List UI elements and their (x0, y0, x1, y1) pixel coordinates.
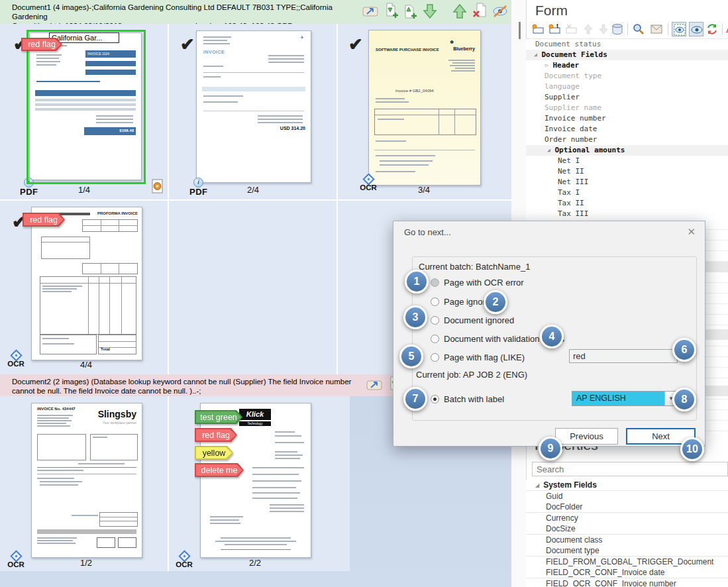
form-row-invoice-number[interactable]: Invoice number (526, 113, 728, 125)
properties-row-field-ocr-conf-invoice-date[interactable]: FIELD_OCR_CONF_Invoice date (526, 567, 728, 578)
thumbnail-page-2[interactable]: INVOICE ✈ USD 314.20 (196, 30, 311, 183)
page3-title: SOFTWARE PURCHASE INVOICE (376, 48, 439, 52)
capture-app-window: Document1 (4 images)-;California Gardeni… (0, 0, 728, 587)
thumbnail-page-6[interactable]: Klick Technology (200, 403, 311, 558)
page3-number-label: 3/4 (368, 185, 480, 195)
page1-red-flag[interactable]: red flag (21, 38, 62, 51)
page4-red-flag[interactable]: red flag (23, 213, 65, 227)
document1-header-bar[interactable]: Document1 (4 images)-;California Gardeni… (0, 0, 511, 24)
thumbnail-page-4[interactable]: PROFORMA INVOICE (31, 207, 142, 360)
properties-row-docsize[interactable]: DocSize (526, 523, 728, 535)
annotation-badge-1: 1 (405, 270, 429, 294)
previous-button[interactable]: Previous (555, 428, 618, 445)
page5-brand: Slingsby (98, 409, 136, 419)
form-row-tax-1[interactable]: Tax I (526, 187, 728, 199)
annotation-badge-2: 2 (484, 290, 507, 314)
properties-row-docfolder[interactable]: DocFolder (526, 502, 728, 513)
thumbnail-page-3[interactable]: SOFTWARE PURCHASE INVOICE ✽ Blueberry In… (368, 30, 481, 186)
move-down-icon[interactable] (421, 3, 439, 20)
radio-circle[interactable] (431, 278, 439, 287)
properties-row-currency[interactable]: Currency (526, 513, 728, 524)
insert-pages-before-icon[interactable] (400, 2, 417, 19)
dropdown-selected-value: AP ENGLISH (572, 392, 664, 405)
form-row-language[interactable]: language (526, 81, 728, 93)
page6-flag-test-green[interactable]: test green (195, 410, 242, 424)
keyboard-icon[interactable] (366, 376, 383, 394)
move-up-icon[interactable] (451, 3, 468, 20)
form-row-tax-3[interactable]: Tax III (526, 209, 728, 220)
delete-page-icon[interactable] (471, 2, 488, 19)
dialog-title: Go to next... (404, 227, 451, 237)
plane-icon: ✈ (300, 35, 304, 40)
new-text-field-icon[interactable]: t (548, 22, 562, 36)
page5-title: INVOICE No. 434447 (37, 407, 76, 411)
keyboard-icon[interactable] (362, 3, 379, 20)
svg-text:t: t (556, 23, 558, 29)
annotation-badge-6: 6 (672, 338, 696, 362)
radio-circle[interactable] (431, 297, 439, 306)
move-field-down-icon[interactable] (596, 22, 611, 36)
properties-row-document-class[interactable]: Document class (526, 535, 728, 546)
highlight-zones-icon[interactable] (672, 22, 686, 36)
properties-search-input[interactable] (532, 462, 728, 476)
radio-circle[interactable] (431, 335, 439, 343)
form-row-order-number[interactable]: Order number (526, 134, 728, 146)
close-icon[interactable]: ✕ (687, 226, 696, 238)
form-row-document-type[interactable]: Document type (526, 71, 728, 82)
form-row-document-status[interactable]: Document status (526, 39, 728, 50)
thumbnail-page-5[interactable]: INVOICE No. 434447 Slingsby Your workpla… (31, 403, 142, 558)
page6-flag-yellow[interactable]: yellow (195, 446, 233, 460)
properties-row-guid[interactable]: Guid (526, 491, 728, 502)
page6-brand-sub: Technology (239, 421, 271, 426)
edit-field-icon[interactable] (564, 22, 579, 36)
radio-circle[interactable] (431, 316, 439, 325)
form-row-net-1[interactable]: Net I (526, 156, 728, 167)
radio-circle-selected[interactable] (431, 395, 439, 403)
move-field-up-icon[interactable] (581, 22, 596, 36)
page4-total-label: Total (101, 347, 110, 352)
new-field-icon[interactable] (531, 22, 546, 36)
form-row-optional-amounts[interactable]: ◢ Optional amounts (526, 145, 728, 156)
refresh-icon[interactable] (705, 22, 719, 36)
form-row-supplier[interactable]: Supplier (526, 92, 728, 103)
ocr-status-icon: OCR (4, 552, 28, 572)
insert-pages-after-icon[interactable] (382, 2, 399, 19)
radio-circle[interactable] (431, 353, 439, 362)
form-row-document-fields[interactable]: ◢ Document Fields (526, 50, 728, 61)
form-row-net-3[interactable]: Net III (526, 177, 728, 188)
properties-row-system-fields[interactable]: ◢System Fields (526, 480, 728, 491)
batch-label-dropdown[interactable]: AP ENGLISH ▾ (572, 391, 678, 406)
radio-document-ignored[interactable]: Document ignored (431, 315, 514, 325)
show-fields-eye-icon[interactable] (689, 22, 703, 36)
page2-selected-checkmark[interactable]: ✔ (180, 34, 195, 55)
database-icon[interactable] (610, 22, 625, 36)
page3-invoice-number: Invoice # GB2_04094 (395, 89, 434, 93)
properties-row-document-type[interactable]: Document type (526, 545, 728, 557)
radio-batch-with-label[interactable]: Batch with label (431, 394, 504, 404)
page3-selected-checkmark[interactable]: ✔ (348, 34, 363, 55)
form-row-invoice-date[interactable]: Invoice date (526, 124, 728, 135)
radio-page-with-ocr-error[interactable]: Page with OCR error (431, 278, 524, 288)
form-row-header[interactable]: ▷ Header (526, 60, 728, 72)
radio-page-with-flag-like[interactable]: Page with flag (LIKE) (431, 352, 525, 362)
annotation-badge-7: 7 (403, 387, 427, 411)
form-toolbar: t A (527, 21, 728, 39)
document2-header-bar[interactable]: Document2 (2 images) (Database lookup ke… (0, 374, 409, 396)
form-row-net-2[interactable]: Net II (526, 166, 728, 178)
page5-brand-sub: Your workplace partner (103, 421, 136, 425)
splitter-handle[interactable] (519, 22, 521, 39)
form-row-supplier-name[interactable]: Supplier name (526, 103, 728, 114)
annotation-badge-9: 9 (539, 437, 562, 460)
properties-row-field-from-global-trigger[interactable]: FIELD_FROM_GLOBAL_TRIGGER_Document class (526, 557, 728, 568)
search-database-icon[interactable] (631, 22, 646, 36)
hide-pages-eye-icon[interactable] (492, 3, 509, 20)
form-row-tax-2[interactable]: Tax II (526, 198, 728, 209)
annotation-badge-5: 5 (399, 345, 423, 368)
font-color-icon[interactable]: A (725, 22, 728, 36)
flag-like-input[interactable] (569, 349, 678, 363)
properties-row-field-ocr-conf-invoice-number[interactable]: FIELD_OCR_CONF_Invoice number (526, 578, 728, 587)
stamp-icon[interactable] (649, 22, 664, 36)
ocr-status-icon: OCR (172, 552, 196, 572)
page6-flag-delete-me[interactable]: delete me (195, 463, 244, 477)
page6-flag-red-flag[interactable]: red flag (195, 428, 237, 442)
